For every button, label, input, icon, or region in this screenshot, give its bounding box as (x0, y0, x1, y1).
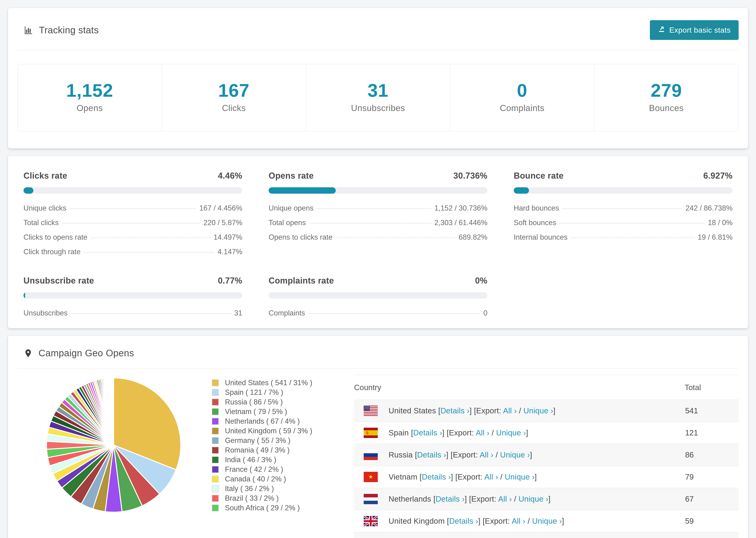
summary-stats-row: 1,152 Opens 167 Clicks 31 Unsubscribes 0… (17, 64, 739, 132)
details-link[interactable]: Details › (417, 451, 446, 459)
metric-label: Hard bounces (514, 204, 559, 212)
legend-swatch (212, 476, 219, 483)
details-link[interactable]: Details › (441, 406, 469, 415)
metric-label: Unsubscribes (24, 309, 68, 317)
details-link[interactable]: Details › (413, 428, 442, 437)
details-link[interactable]: Details › (436, 495, 465, 503)
rate-value: 0% (475, 276, 487, 286)
total-value: 541 (685, 400, 739, 422)
metric-label: Opens to clicks rate (269, 233, 333, 242)
netherlands-flag-icon (363, 494, 378, 504)
legend-swatch (212, 408, 219, 415)
geo-content: United States ( 541 / 31% ) Spain ( 121 … (8, 369, 748, 538)
progress-track (269, 187, 487, 194)
rate-value: 30.736% (453, 171, 487, 181)
stat-label: Clicks (162, 103, 306, 113)
metric-value: 689.82% (459, 233, 487, 242)
stat-complaints: 0 Complaints (450, 64, 594, 131)
stat-value: 279 (594, 81, 738, 99)
metric-value: 18 / 0% (708, 219, 732, 227)
stat-bounces: 279 Bounces (594, 64, 738, 131)
metric-value: 242 / 86.738% (685, 204, 732, 212)
map-pin-icon (24, 349, 33, 358)
legend-swatch (212, 389, 219, 396)
dotted-leader (571, 238, 694, 238)
tracking-stats-title: Tracking stats (24, 25, 99, 35)
export-unique-link[interactable]: Unique › (496, 428, 526, 437)
dotted-leader (560, 223, 705, 224)
rate-title: Bounce rate (514, 171, 564, 181)
legend-swatch (212, 427, 219, 435)
progress-track (24, 292, 242, 298)
export-icon (658, 26, 665, 35)
stat-value: 1,152 (18, 81, 162, 99)
geo-opens-card: Campaign Geo Opens United States ( 541 /… (8, 336, 748, 538)
total-value: 86 (685, 444, 739, 466)
legend-item: Romania ( 49 / 3% ) (212, 445, 343, 455)
geo-opens-header: Campaign Geo Opens (17, 336, 739, 369)
stat-label: Opens (18, 103, 162, 113)
stat-label: Complaints (450, 103, 594, 113)
export-basic-stats-button[interactable]: Export basic stats (650, 20, 739, 40)
pie-svg (43, 375, 184, 515)
legend-swatch (212, 456, 219, 463)
progress-track (269, 292, 487, 298)
metric-value: 220 / 5.87% (203, 219, 242, 227)
legend-swatch (212, 399, 219, 405)
dotted-leader (336, 238, 455, 238)
export-all-link[interactable]: All › (476, 428, 489, 437)
export-unique-link[interactable]: Unique › (518, 495, 548, 503)
table-header-row: Country Total (354, 375, 739, 400)
geo-opens-title: Campaign Geo Opens (24, 348, 134, 358)
rate-title: Unsubscribe rate (24, 276, 94, 286)
table-row-united-kingdom: United Kingdom [Details ›] [Export: All … (354, 510, 739, 532)
export-all-link[interactable]: All › (503, 406, 516, 415)
country-name: United Kingdom (389, 517, 445, 525)
dotted-leader (562, 208, 682, 209)
metric-label: Complaints (269, 309, 305, 317)
dotted-leader (70, 208, 196, 209)
legend-swatch (212, 466, 219, 473)
dotted-leader (317, 208, 431, 209)
export-unique-link[interactable]: Unique › (500, 451, 530, 459)
page-title: Tracking stats (39, 25, 99, 35)
metric-label: Clicks to opens rate (24, 233, 87, 242)
stat-unsubscribes: 31 Unsubscribes (306, 64, 450, 131)
legend-item: Italy ( 36 / 2% ) (212, 484, 343, 493)
legend-swatch (212, 379, 219, 386)
rate-value: 0.77% (218, 276, 242, 286)
export-all-link[interactable]: All › (512, 517, 525, 525)
rates-card: Clicks rate 4.46% Unique clicks167 / 4.4… (8, 156, 748, 328)
export-unique-link[interactable]: Unique › (523, 406, 553, 415)
rate-value: 4.46% (218, 171, 242, 181)
russia-flag-icon (363, 450, 378, 460)
legend-item: India ( 46 / 3% ) (212, 455, 343, 464)
country-name: Russia (389, 451, 413, 459)
dotted-leader (308, 313, 480, 314)
legend-swatch (212, 437, 219, 444)
legend-swatch (212, 505, 219, 511)
legend-item: Russia ( 86 / 5% ) (212, 397, 343, 407)
geo-table-container: Country Total United States [Details ›] … (354, 375, 739, 538)
total-value: 67 (685, 488, 739, 510)
export-unique-link[interactable]: Unique › (505, 472, 535, 481)
details-link[interactable]: Details › (422, 472, 451, 481)
country-name: Netherlands (389, 495, 431, 503)
progress-fill (269, 187, 336, 194)
country-name: Vietnam (389, 472, 417, 481)
dotted-leader (84, 252, 214, 252)
metric-label: Unique clicks (24, 204, 67, 212)
export-all-link[interactable]: All › (484, 472, 498, 481)
export-all-link[interactable]: All › (480, 451, 493, 459)
stat-clicks: 167 Clicks (162, 64, 306, 131)
column-header-total: Total (685, 375, 739, 400)
geo-pie-chart (43, 375, 184, 515)
metric-value: 31 (234, 309, 242, 317)
progress-fill (24, 187, 33, 194)
vietnam-flag-icon (363, 472, 378, 482)
total-value: 55 (685, 532, 739, 538)
legend-item: Spain ( 121 / 7% ) (212, 388, 343, 397)
details-link[interactable]: Details › (449, 517, 478, 525)
export-all-link[interactable]: All › (498, 495, 512, 503)
export-unique-link[interactable]: Unique › (532, 517, 562, 525)
